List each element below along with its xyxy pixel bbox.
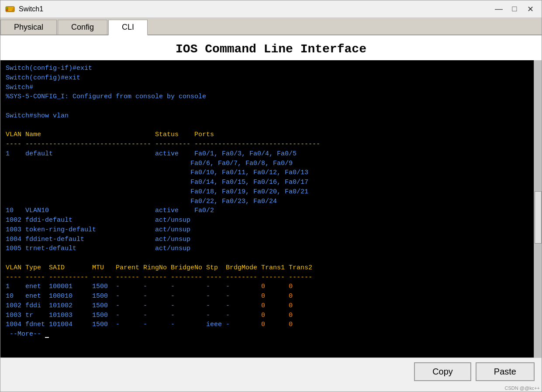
cli-area[interactable]: Switch(config-if)#exit Switch(config)#ex… <box>0 60 542 358</box>
copy-button[interactable]: Copy <box>414 362 471 381</box>
svg-rect-4 <box>8 9 13 10</box>
tab-physical[interactable]: Physical <box>0 20 57 34</box>
svg-rect-5 <box>8 10 12 11</box>
tab-bar: Physical Config CLI <box>0 18 542 35</box>
tab-config[interactable]: Config <box>58 20 107 34</box>
svg-rect-3 <box>8 7 14 8</box>
maximize-button[interactable]: □ <box>507 3 521 15</box>
main-window: Switch1 — □ ✕ Physical Config CLI IOS Co… <box>0 0 542 392</box>
scrollbar-thumb[interactable] <box>535 191 542 244</box>
svg-point-2 <box>7 9 8 10</box>
bottom-section: Copy Paste CSDN @@kc++ <box>0 358 542 392</box>
svg-point-1 <box>7 7 8 9</box>
scrollbar[interactable] <box>534 60 542 358</box>
button-row: Copy Paste <box>0 358 542 385</box>
page-title: IOS Command Line Interface <box>0 35 542 60</box>
tab-cli[interactable]: CLI <box>108 20 148 35</box>
close-button[interactable]: ✕ <box>523 3 537 15</box>
title-bar-left: Switch1 <box>5 4 43 14</box>
paste-button[interactable]: Paste <box>476 362 535 381</box>
minimize-button[interactable]: — <box>492 3 506 15</box>
watermark: CSDN @@kc++ <box>0 385 542 392</box>
window-title: Switch1 <box>19 5 43 13</box>
cli-output[interactable]: Switch(config-if)#exit Switch(config)#ex… <box>0 60 534 343</box>
title-bar: Switch1 — □ ✕ <box>0 0 542 18</box>
title-bar-controls: — □ ✕ <box>492 3 537 15</box>
app-icon <box>5 4 15 14</box>
cli-content: Switch(config-if)#exit Switch(config)#ex… <box>0 60 534 358</box>
